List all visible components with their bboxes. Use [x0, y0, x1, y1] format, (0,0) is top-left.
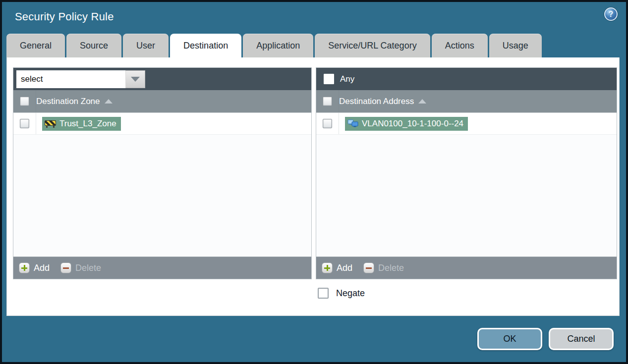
- tab-usage[interactable]: Usage: [489, 34, 542, 57]
- zone-select-all-cell: [13, 90, 36, 112]
- tab-destination[interactable]: Destination: [170, 34, 241, 57]
- destination-tab-content: Destination Zone Trust_L3_Zone: [6, 57, 620, 316]
- destination-address-panel: Any Destination Address: [316, 67, 617, 279]
- zone-row-checkbox-cell: [13, 113, 36, 134]
- tab-general[interactable]: General: [6, 34, 65, 57]
- tab-user[interactable]: User: [123, 34, 169, 57]
- help-icon[interactable]: ?: [604, 7, 618, 21]
- negate-label: Negate: [336, 288, 365, 299]
- tab-actions[interactable]: Actions: [432, 34, 488, 57]
- tab-source[interactable]: Source: [66, 34, 121, 57]
- tab-strip: General Source User Destination Applicat…: [2, 34, 626, 57]
- tab-label: User: [136, 41, 155, 51]
- zone-row[interactable]: Trust_L3_Zone: [13, 113, 311, 135]
- zone-combo-dropdown-button[interactable]: [125, 70, 145, 88]
- address-row[interactable]: VLAN0100_10-1-100-0--24: [316, 113, 617, 135]
- tab-label: Destination: [183, 41, 228, 51]
- tab-label: Usage: [503, 41, 528, 51]
- delete-address-button[interactable]: Delete: [363, 262, 404, 273]
- address-row-checkbox-cell: [316, 113, 339, 134]
- tab-label: Service/URL Category: [328, 41, 416, 51]
- minus-icon: [363, 262, 374, 273]
- cancel-button[interactable]: Cancel: [549, 328, 614, 350]
- zone-chip[interactable]: Trust_L3_Zone: [42, 117, 121, 131]
- address-icon: [347, 119, 358, 128]
- add-address-button[interactable]: Add: [322, 262, 352, 273]
- zone-select-all-checkbox[interactable]: [20, 97, 29, 106]
- ok-button[interactable]: OK: [477, 328, 542, 350]
- destination-zone-panel: Destination Zone Trust_L3_Zone: [13, 67, 312, 279]
- address-panel-toolbar: Any: [316, 68, 617, 90]
- address-column-title: Destination Address: [339, 97, 414, 106]
- address-select-all-checkbox[interactable]: [323, 97, 332, 106]
- title-bar: Security Policy Rule ?: [2, 2, 626, 34]
- chevron-down-icon: [131, 77, 140, 82]
- tab-label: General: [20, 41, 52, 51]
- address-list: VLAN0100_10-1-100-0--24: [316, 113, 617, 257]
- add-label: Add: [337, 263, 352, 273]
- address-column-header: Destination Address: [316, 90, 617, 113]
- sort-ascending-icon[interactable]: [418, 99, 426, 104]
- zone-column-title: Destination Zone: [36, 97, 100, 106]
- address-row-checkbox[interactable]: [323, 119, 332, 128]
- tab-label: Application: [256, 41, 300, 51]
- zone-list: Trust_L3_Zone: [13, 113, 311, 257]
- address-name: VLAN0100_10-1-100-0--24: [362, 119, 463, 129]
- plus-icon: [19, 262, 30, 273]
- ok-label: OK: [503, 334, 516, 344]
- cancel-label: Cancel: [567, 334, 595, 344]
- tab-label: Actions: [445, 41, 474, 51]
- add-label: Add: [34, 263, 50, 273]
- any-checkbox[interactable]: [324, 74, 334, 84]
- plus-icon: [322, 262, 333, 273]
- zone-row-checkbox[interactable]: [20, 119, 29, 128]
- address-panel-footer: Add Delete: [316, 257, 617, 279]
- tab-application[interactable]: Application: [243, 34, 313, 57]
- add-zone-button[interactable]: Add: [19, 262, 50, 273]
- zone-column-header: Destination Zone: [13, 90, 311, 113]
- zone-icon: [45, 120, 56, 128]
- tab-label: Source: [80, 41, 108, 51]
- address-chip[interactable]: VLAN0100_10-1-100-0--24: [345, 117, 468, 131]
- zone-filter-input[interactable]: [16, 70, 125, 88]
- negate-checkbox[interactable]: [318, 288, 329, 299]
- tab-service-url-category[interactable]: Service/URL Category: [315, 34, 430, 57]
- zone-name: Trust_L3_Zone: [59, 119, 116, 129]
- delete-label: Delete: [75, 263, 101, 273]
- security-policy-rule-dialog: Security Policy Rule ? General Source Us…: [2, 2, 626, 362]
- dialog-footer: OK Cancel: [2, 316, 626, 362]
- address-select-all-cell: [316, 90, 339, 112]
- dialog-title: Security Policy Rule: [15, 10, 114, 23]
- negate-option: Negate: [318, 288, 365, 299]
- help-glyph: ?: [609, 10, 614, 19]
- minus-icon: [60, 262, 71, 273]
- zone-panel-footer: Add Delete: [13, 257, 311, 279]
- sort-ascending-icon[interactable]: [105, 99, 113, 104]
- any-label: Any: [340, 74, 354, 84]
- delete-label: Delete: [378, 263, 404, 273]
- delete-zone-button[interactable]: Delete: [60, 262, 101, 273]
- zone-panel-toolbar: [13, 68, 311, 90]
- zone-type-combo: [16, 70, 145, 88]
